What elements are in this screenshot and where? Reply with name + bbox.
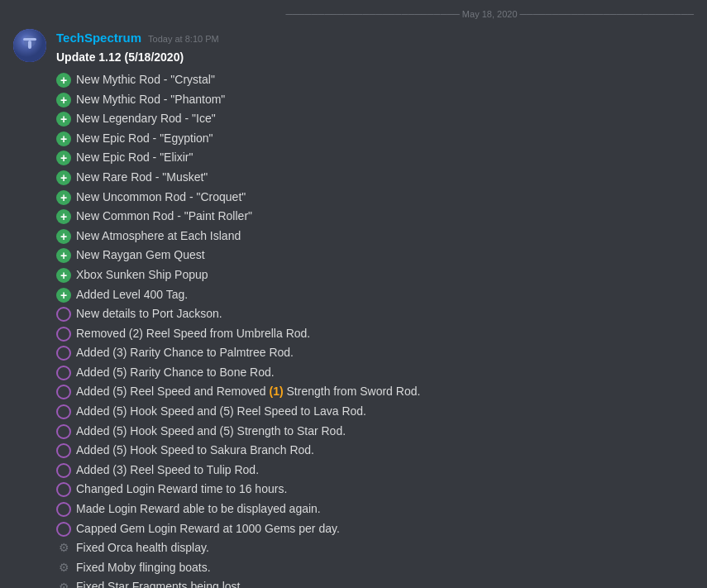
list-item: Added (5) Hook Speed and (5) Strength to… <box>56 423 694 441</box>
plus-icon: + <box>56 248 71 263</box>
highlight-text: (1) <box>269 385 283 398</box>
item-text: Added (5) Hook Speed to Sakura Branch Ro… <box>76 442 694 459</box>
circle-icon <box>56 443 71 458</box>
list-item: Added (5) Hook Speed and (5) Reel Speed … <box>56 403 694 421</box>
list-item: ⚙ Fixed Moby flinging boats. <box>56 559 694 577</box>
circle-icon <box>56 307 71 322</box>
item-text: New Uncommon Rod - "Croquet" <box>76 189 694 206</box>
circle-icon <box>56 327 71 342</box>
item-text: Made Login Reward able to be displayed a… <box>76 501 694 518</box>
gear-icon: ⚙ <box>56 561 71 576</box>
circle-icon <box>56 522 71 537</box>
plus-icon: + <box>56 229 71 244</box>
item-text: Fixed Star Fragments being lost. <box>76 579 694 588</box>
list-item: + New Mythic Rod - "Phantom" <box>56 91 694 109</box>
plus-icon: + <box>56 209 71 224</box>
list-item: ⚙ Fixed Star Fragments being lost. <box>56 578 694 588</box>
avatar <box>13 29 46 62</box>
item-text: Added Level 400 Tag. <box>76 287 694 304</box>
list-item: Added (3) Reel Speed to Tulip Rod. <box>56 461 694 480</box>
list-item: Changed Login Reward time to 16 hours. <box>56 480 694 499</box>
item-text: New Legendary Rod - "Ice" <box>76 111 694 127</box>
list-item: Made Login Reward able to be displayed a… <box>56 500 694 519</box>
item-text: New Mythic Rod - "Crystal" <box>76 72 694 88</box>
svg-rect-2 <box>23 38 36 41</box>
item-text: New Epic Rod - "Egyption" <box>76 131 694 147</box>
circle-icon <box>56 463 71 478</box>
item-text: New Epic Rod - "Elixir" <box>76 150 694 166</box>
circle-icon <box>56 346 71 361</box>
list-item: New details to Port Jackson. <box>56 305 694 323</box>
plus-icon: + <box>56 73 71 88</box>
plus-icon: + <box>56 93 71 108</box>
plus-icon: + <box>56 112 71 127</box>
list-item: + Added Level 400 Tag. <box>56 286 694 304</box>
item-text: Added (5) Hook Speed and (5) Strength to… <box>76 423 694 440</box>
circle-icon <box>56 482 71 497</box>
plus-icon: + <box>56 268 71 283</box>
circle-icon <box>56 404 71 419</box>
timestamp: Today at 8:10 PM <box>148 33 219 45</box>
list-item: + New Uncommon Rod - "Croquet" <box>56 189 694 207</box>
item-text: Added (3) Rarity Chance to Palmtree Rod. <box>76 345 694 361</box>
list-item: + New Common Rod - "Paint Roller" <box>56 208 694 226</box>
plus-icon: + <box>56 170 71 185</box>
list-item: + New Atmosphere at Each Island <box>56 227 694 246</box>
item-text: New Raygan Gem Quest <box>76 247 694 264</box>
item-text: Removed (2) Reel Speed from Umbrella Rod… <box>76 326 694 342</box>
item-text: Added (3) Reel Speed to Tulip Rod. <box>76 462 694 479</box>
gear-icon: ⚙ <box>56 580 71 588</box>
avatar-image <box>13 29 46 62</box>
item-text: New Common Rod - "Paint Roller" <box>76 208 694 225</box>
list-item: Capped Gem Login Reward at 1000 Gems per… <box>56 520 694 538</box>
list-item: + New Epic Rod - "Egyption" <box>56 130 694 148</box>
list-item: + New Epic Rod - "Elixir" <box>56 149 694 167</box>
item-text: New details to Port Jackson. <box>76 306 694 323</box>
list-item: + Xbox Sunken Ship Popup <box>56 266 694 284</box>
list-item: ⚙ Fixed Orca health display. <box>56 539 694 557</box>
svg-rect-3 <box>28 41 31 49</box>
item-text: New Rare Rod - "Musket" <box>76 170 694 186</box>
item-text: Fixed Orca health display. <box>76 540 694 557</box>
top-timestamp: ─────────────────────────── May 18, 2020… <box>0 8 707 21</box>
circle-icon <box>56 366 71 380</box>
list-item: Removed (2) Reel Speed from Umbrella Rod… <box>56 325 694 343</box>
item-text: Added (5) Reel Speed and Removed (1) Str… <box>76 384 694 400</box>
message-container: TechSpectrum Today at 8:10 PM Update 1.1… <box>0 22 707 588</box>
list-item: + New Legendary Rod - "Ice" <box>56 110 694 128</box>
list-item: + New Rare Rod - "Musket" <box>56 169 694 187</box>
plus-icon: + <box>56 151 71 165</box>
item-text: Capped Gem Login Reward at 1000 Gems per… <box>76 521 694 538</box>
list-item: + New Raygan Gem Quest <box>56 246 694 265</box>
item-text: Fixed Moby flinging boats. <box>76 560 694 576</box>
item-text: Added (5) Rarity Chance to Bone Rod. <box>76 365 694 381</box>
list-item: Added (3) Rarity Chance to Palmtree Rod. <box>56 344 694 362</box>
list-item: Added (5) Reel Speed and Removed (1) Str… <box>56 383 694 401</box>
items-list: + New Mythic Rod - "Crystal" + New Mythi… <box>56 71 694 588</box>
plus-icon: + <box>56 288 71 303</box>
item-text: Changed Login Reward time to 16 hours. <box>76 481 694 498</box>
circle-icon <box>56 424 71 439</box>
item-text: New Mythic Rod - "Phantom" <box>76 92 694 108</box>
username: TechSpectrum <box>56 29 141 46</box>
list-item: Added (5) Rarity Chance to Bone Rod. <box>56 364 694 382</box>
plus-icon: + <box>56 131 71 146</box>
gear-icon: ⚙ <box>56 541 71 556</box>
item-text: Added (5) Hook Speed and (5) Reel Speed … <box>76 404 694 420</box>
message-header: TechSpectrum Today at 8:10 PM <box>56 29 694 46</box>
circle-icon <box>56 502 71 517</box>
item-text: New Atmosphere at Each Island <box>76 228 694 245</box>
message-content: TechSpectrum Today at 8:10 PM Update 1.1… <box>56 29 694 588</box>
item-text: Xbox Sunken Ship Popup <box>76 267 694 284</box>
plus-icon: + <box>56 190 71 205</box>
update-title: Update 1.12 (5/18/2020) <box>56 50 694 66</box>
circle-icon <box>56 385 71 399</box>
list-item: + New Mythic Rod - "Crystal" <box>56 71 694 89</box>
list-item: Added (5) Hook Speed to Sakura Branch Ro… <box>56 442 694 460</box>
